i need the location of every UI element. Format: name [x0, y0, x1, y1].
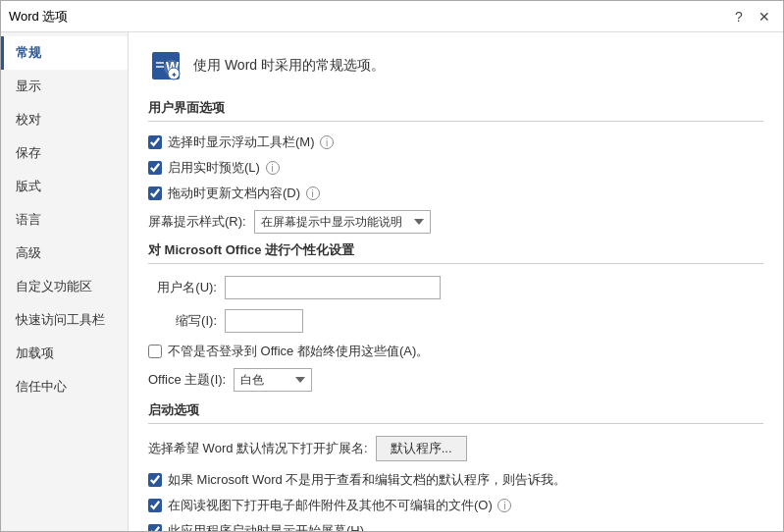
checkbox-readingview[interactable] — [148, 499, 162, 512]
checkbox-minifloat-label: 选择时显示浮动工具栏(M) i — [168, 133, 334, 151]
sidebar-item-0[interactable]: 常规 — [1, 36, 128, 70]
checkbox-startscreen[interactable] — [148, 524, 162, 531]
username-input[interactable] — [225, 276, 441, 299]
svg-rect-1 — [156, 62, 164, 64]
checkbox-row-startscreen: 此应用程序启动时显示开始屏幕(H) — [148, 522, 763, 531]
startup-extensions-row: 选择希望 Word 默认情况下打开扩展名: 默认程序... — [148, 436, 763, 461]
abbr-label: 缩写(I): — [148, 312, 217, 330]
main-header-text: 使用 Word 时采用的常规选项。 — [193, 57, 385, 75]
title-bar: Word 选项 ? ✕ — [1, 1, 783, 32]
info-icon-1: i — [266, 161, 280, 175]
abbr-row: 缩写(I): — [148, 309, 763, 333]
startup-section-title: 启动选项 — [148, 401, 763, 424]
username-row: 用户名(U): — [148, 276, 763, 299]
sidebar-item-8[interactable]: 快速访问工具栏 — [1, 303, 128, 337]
title-bar-controls: ? ✕ — [728, 6, 775, 27]
sidebar-item-5[interactable]: 语言 — [1, 203, 128, 237]
checkbox-row-dragupdate: 拖动时更新文档内容(D) i — [148, 185, 763, 202]
office-theme-row: Office 主题(I): 白色 — [148, 368, 763, 392]
checkbox-livepreview-label: 启用实时预览(L) i — [168, 159, 280, 177]
main-header: W ✦ 使用 Word 时采用的常规选项。 — [148, 48, 763, 83]
close-button[interactable]: ✕ — [754, 6, 775, 27]
word-options-dialog: Word 选项 ? ✕ 常规显示校对保存版式语言高级自定义功能区快速访问工具栏加… — [0, 0, 784, 532]
sidebar-item-6[interactable]: 高级 — [1, 237, 128, 270]
checkbox-row-livepreview: 启用实时预览(L) i — [148, 159, 763, 177]
sidebar-item-9[interactable]: 加载项 — [1, 337, 128, 370]
sidebar-item-3[interactable]: 保存 — [1, 136, 128, 170]
checkbox-row-notdefault: 如果 Microsoft Word 不是用于查看和编辑文档的默认程序，则告诉我。 — [148, 471, 763, 489]
sidebar-item-4[interactable]: 版式 — [1, 170, 128, 203]
checkbox-livepreview[interactable] — [148, 161, 162, 175]
startup-extensions-label: 选择希望 Word 默认情况下打开扩展名: — [148, 440, 368, 457]
office-theme-select[interactable]: 白色 — [234, 368, 312, 392]
sidebar-item-2[interactable]: 校对 — [1, 103, 128, 136]
screen-tip-label: 屏幕提示样式(R): — [148, 213, 246, 231]
svg-rect-2 — [156, 66, 164, 68]
username-label: 用户名(U): — [148, 279, 217, 296]
abbr-input[interactable] — [225, 309, 303, 333]
checkbox-notdefault-label: 如果 Microsoft Word 不是用于查看和编辑文档的默认程序，则告诉我。 — [168, 471, 566, 489]
sidebar-item-1[interactable]: 显示 — [1, 70, 128, 103]
checkbox-alwaysuse-label: 不管是否登录到 Office 都始终使用这些值(A)。 — [168, 343, 429, 360]
checkbox-row-alwaysuse: 不管是否登录到 Office 都始终使用这些值(A)。 — [148, 343, 763, 360]
default-program-button[interactable]: 默认程序... — [376, 436, 467, 461]
checkbox-minifloat[interactable] — [148, 135, 162, 149]
checkbox-row-minifloat: 选择时显示浮动工具栏(M) i — [148, 133, 763, 151]
dialog-title: Word 选项 — [9, 8, 728, 26]
office-theme-label: Office 主题(I): — [148, 371, 226, 389]
screen-tip-select[interactable]: 在屏幕提示中显示功能说明 — [254, 210, 431, 234]
info-icon-0: i — [320, 135, 334, 149]
main-panel: W ✦ 使用 Word 时采用的常规选项。 用户界面选项 选择时显示浮动工具栏(… — [129, 32, 783, 531]
checkbox-dragupdate[interactable] — [148, 186, 162, 200]
word-options-icon: W ✦ — [148, 48, 183, 83]
checkbox-startscreen-label: 此应用程序启动时显示开始屏幕(H) — [168, 522, 364, 531]
info-icon-3: i — [497, 499, 511, 512]
checkbox-readingview-label: 在阅读视图下打开电子邮件附件及其他不可编辑的文件(O) i — [168, 497, 511, 514]
info-icon-2: i — [306, 186, 320, 200]
ui-options-section-title: 用户界面选项 — [148, 99, 763, 122]
help-button[interactable]: ? — [728, 6, 750, 27]
screen-tip-row: 屏幕提示样式(R): 在屏幕提示中显示功能说明 — [148, 210, 763, 234]
sidebar-item-10[interactable]: 信任中心 — [1, 370, 128, 403]
dialog-content: 常规显示校对保存版式语言高级自定义功能区快速访问工具栏加载项信任中心 W ✦ 使… — [1, 32, 783, 531]
checkbox-alwaysuse[interactable] — [148, 345, 162, 358]
svg-text:✦: ✦ — [171, 71, 178, 80]
checkbox-row-readingview: 在阅读视图下打开电子邮件附件及其他不可编辑的文件(O) i — [148, 497, 763, 514]
checkbox-notdefault[interactable] — [148, 473, 162, 487]
sidebar-item-7[interactable]: 自定义功能区 — [1, 270, 128, 303]
sidebar: 常规显示校对保存版式语言高级自定义功能区快速访问工具栏加载项信任中心 — [1, 32, 129, 531]
personalize-section-title: 对 Microsoft Office 进行个性化设置 — [148, 241, 763, 264]
checkbox-dragupdate-label: 拖动时更新文档内容(D) i — [168, 185, 320, 202]
